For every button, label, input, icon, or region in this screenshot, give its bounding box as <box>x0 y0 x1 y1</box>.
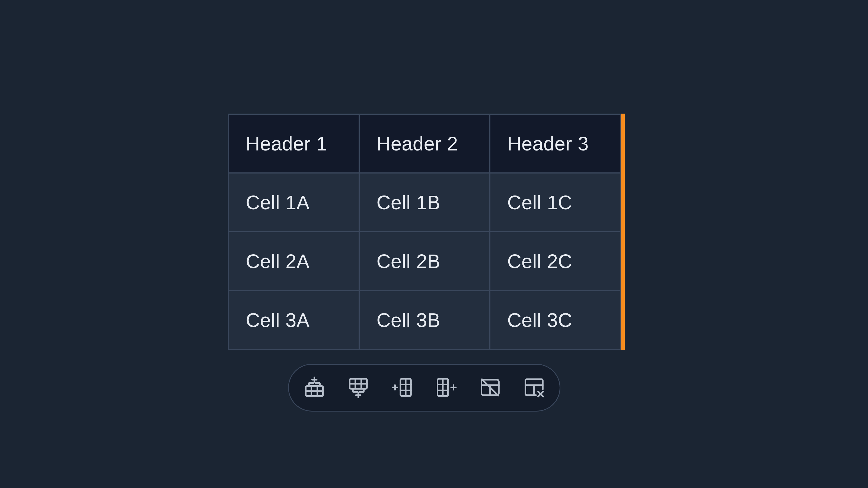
table-header-cell[interactable]: Header 1 <box>228 114 359 173</box>
table-cell[interactable]: Cell 1A <box>228 173 359 232</box>
table-container: Header 1 Header 2 Header 3 Cell 1A Cell … <box>228 113 625 350</box>
table-cell[interactable]: Cell 2C <box>490 232 621 291</box>
insert-column-right-button[interactable] <box>434 375 459 400</box>
delete-table-button[interactable] <box>522 375 547 400</box>
table-header-cell[interactable]: Header 3 <box>490 114 621 173</box>
insert-column-left-button[interactable] <box>390 375 415 400</box>
insert-column-right-icon <box>435 376 458 400</box>
insert-row-below-button[interactable] <box>346 375 371 400</box>
table-cell[interactable]: Cell 1B <box>359 173 490 232</box>
table-cell[interactable]: Cell 2A <box>228 232 359 291</box>
table-cell[interactable]: Cell 2B <box>359 232 490 291</box>
insert-row-above-icon <box>303 376 326 400</box>
table-cell[interactable]: Cell 1C <box>490 173 621 232</box>
data-table[interactable]: Header 1 Header 2 Header 3 Cell 1A Cell … <box>228 113 621 350</box>
table-header-cell[interactable]: Header 2 <box>359 114 490 173</box>
delete-table-icon <box>523 376 546 400</box>
table-cell[interactable]: Cell 3C <box>490 291 621 350</box>
editor-stage: Header 1 Header 2 Header 3 Cell 1A Cell … <box>0 0 868 488</box>
table-cell[interactable]: Cell 3A <box>228 291 359 350</box>
insert-column-left-icon <box>391 376 414 400</box>
insert-row-above-button[interactable] <box>302 375 327 400</box>
table-cell[interactable]: Cell 3B <box>359 291 490 350</box>
column-selection-indicator[interactable] <box>621 113 625 350</box>
insert-row-below-icon <box>347 376 370 400</box>
toggle-header-hidden-icon <box>479 376 501 400</box>
table-toolbar <box>288 364 560 412</box>
toggle-header-button[interactable] <box>478 375 503 400</box>
